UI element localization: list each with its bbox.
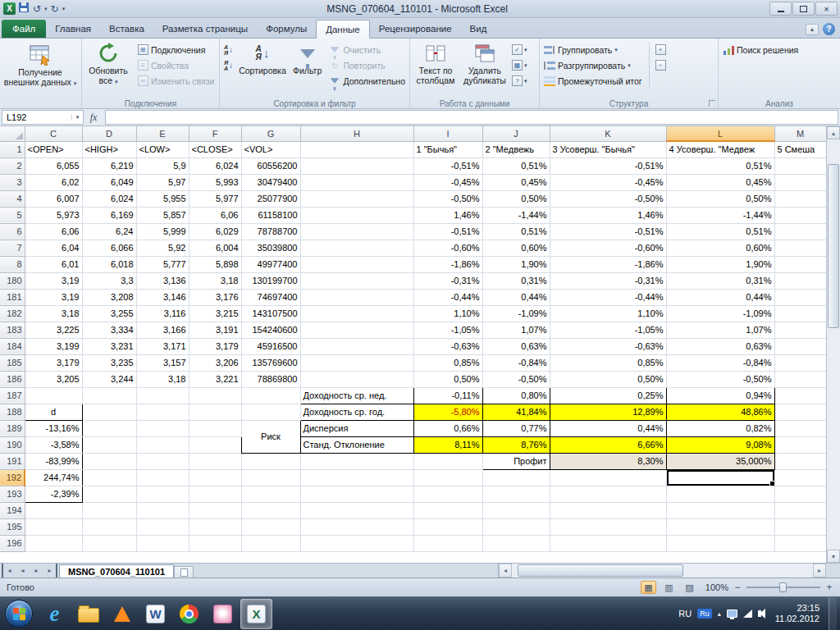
cell-I180[interactable]: -0,31% (413, 272, 482, 289)
cell-G183[interactable]: 154240600 (241, 322, 300, 338)
cell-C1[interactable]: <OPEN> (25, 141, 82, 158)
scroll-down-button[interactable]: ▾ (827, 550, 840, 563)
column-header-M[interactable]: M (774, 126, 826, 141)
cell-M6[interactable] (774, 223, 826, 240)
vertical-scrollbar[interactable]: ▴ ▾ (826, 126, 840, 563)
column-header-L[interactable]: L (666, 126, 774, 141)
cell-G182[interactable]: 143107500 (241, 305, 300, 322)
cell-F186[interactable]: 3,221 (189, 371, 241, 387)
row-header-7[interactable]: 7 (0, 240, 25, 256)
cell-M185[interactable] (774, 354, 826, 371)
cell-E3[interactable]: 5,97 (136, 174, 189, 190)
cell-G187[interactable] (241, 387, 300, 404)
cell-D191[interactable] (82, 453, 136, 469)
cell-E186[interactable]: 3,18 (136, 371, 189, 387)
view-normal-button[interactable]: ▦ (641, 581, 656, 594)
sort-button[interactable]: АЯ↓ Сортировка (237, 40, 288, 98)
cell-F187[interactable] (189, 387, 241, 404)
cell-G189[interactable]: Риск (241, 420, 300, 453)
get-external-data-button[interactable]: Получение внешних данных ▾ (2, 40, 79, 89)
cell-D194[interactable] (82, 502, 136, 518)
taskbar-app-chrome[interactable] (173, 599, 205, 629)
cell-L4[interactable]: 0,50% (666, 190, 774, 207)
taskbar-app-vlc[interactable] (106, 599, 138, 629)
row-header-183[interactable]: 183 (0, 322, 25, 338)
cell-F7[interactable]: 6,004 (189, 240, 241, 256)
cell-M190[interactable] (774, 436, 826, 453)
show-desktop-button[interactable] (829, 597, 837, 630)
hide-detail-button[interactable]: − (654, 57, 668, 73)
cell-F194[interactable] (189, 502, 241, 518)
cell-H181[interactable] (300, 289, 413, 305)
what-if-analysis-button[interactable]: ?▾ (510, 73, 529, 89)
cell-D5[interactable]: 6,169 (82, 207, 136, 223)
cell-I186[interactable]: 0,50% (413, 371, 482, 387)
cell-C183[interactable]: 3,225 (25, 322, 82, 338)
cell-F189[interactable] (189, 420, 241, 436)
cell-H187[interactable]: Доходность ср. нед. (300, 387, 413, 404)
cell-C194[interactable] (25, 502, 82, 518)
cell-K186[interactable]: 0,50% (550, 371, 666, 387)
cell-D1[interactable]: <HIGH> (82, 141, 136, 158)
cell-G192[interactable] (241, 469, 300, 486)
cell-I1[interactable]: 1 "Бычья" (413, 141, 482, 158)
cell-E181[interactable]: 3,146 (136, 289, 189, 305)
cell-E189[interactable] (136, 420, 189, 436)
cell-E2[interactable]: 5,9 (136, 158, 189, 174)
cell-J6[interactable]: 0,51% (482, 223, 550, 240)
cell-D188[interactable] (82, 404, 136, 420)
row-header-6[interactable]: 6 (0, 223, 25, 240)
cell-I193[interactable] (413, 486, 482, 502)
row-header-192[interactable]: 192 (0, 469, 25, 486)
row-header-187[interactable]: 187 (0, 387, 25, 404)
cell-M193[interactable] (774, 486, 826, 502)
zoom-out-button[interactable]: − (733, 582, 742, 593)
cell-C195[interactable] (25, 518, 82, 535)
cell-J193[interactable] (482, 486, 550, 502)
cell-K183[interactable]: -1,05% (550, 322, 666, 338)
cell-D8[interactable]: 6,018 (82, 256, 136, 272)
sort-descending-button[interactable]: ЯА↓ (221, 57, 235, 73)
properties-button[interactable]: ≡Свойства (135, 57, 217, 73)
cell-J190[interactable]: 8,76% (482, 436, 550, 453)
taskbar-app-word[interactable]: W (139, 599, 171, 629)
cell-G194[interactable] (241, 502, 300, 518)
scroll-left-button[interactable]: ◂ (499, 564, 512, 578)
cell-E6[interactable]: 5,999 (136, 223, 189, 240)
name-box[interactable]: L192▾ (2, 110, 84, 125)
row-header-1[interactable]: 1 (0, 141, 25, 158)
column-header-C[interactable]: C (25, 126, 82, 141)
cell-H6[interactable] (300, 223, 413, 240)
cell-C180[interactable]: 3,19 (25, 272, 82, 289)
cell-L186[interactable]: -0,50% (666, 371, 774, 387)
row-header-189[interactable]: 189 (0, 420, 25, 436)
close-button[interactable]: × (815, 2, 838, 16)
column-header-E[interactable]: E (136, 126, 189, 141)
group-button[interactable]: Группировать▾ (541, 42, 645, 57)
column-header-I[interactable]: I (413, 126, 482, 141)
cell-D190[interactable] (82, 436, 136, 453)
cell-C189[interactable]: -13,16% (25, 420, 82, 436)
row-header-188[interactable]: 188 (0, 404, 25, 420)
cell-C7[interactable]: 6,04 (25, 240, 82, 256)
minimize-button[interactable] (769, 2, 792, 16)
cell-K189[interactable]: 0,44% (550, 420, 666, 436)
cell-M181[interactable] (774, 289, 826, 305)
cell-F180[interactable]: 3,18 (189, 272, 241, 289)
cell-F185[interactable]: 3,206 (189, 354, 241, 371)
view-page-break-button[interactable]: ▨ (682, 581, 697, 594)
cell-E185[interactable]: 3,157 (136, 354, 189, 371)
cell-I195[interactable] (413, 518, 482, 535)
cell-F2[interactable]: 6,024 (189, 158, 241, 174)
formula-input[interactable] (105, 110, 838, 125)
cell-K5[interactable]: 1,46% (550, 207, 666, 223)
cell-M1[interactable]: 5 Смеша (774, 141, 826, 158)
cell-C186[interactable]: 3,205 (25, 371, 82, 387)
cell-L187[interactable]: 0,94% (666, 387, 774, 404)
cell-G7[interactable]: 35039800 (241, 240, 300, 256)
cell-L194[interactable] (666, 502, 774, 518)
cell-J180[interactable]: 0,31% (482, 272, 550, 289)
cell-M3[interactable] (774, 174, 826, 190)
row-header-186[interactable]: 186 (0, 371, 25, 387)
row-header-5[interactable]: 5 (0, 207, 25, 223)
